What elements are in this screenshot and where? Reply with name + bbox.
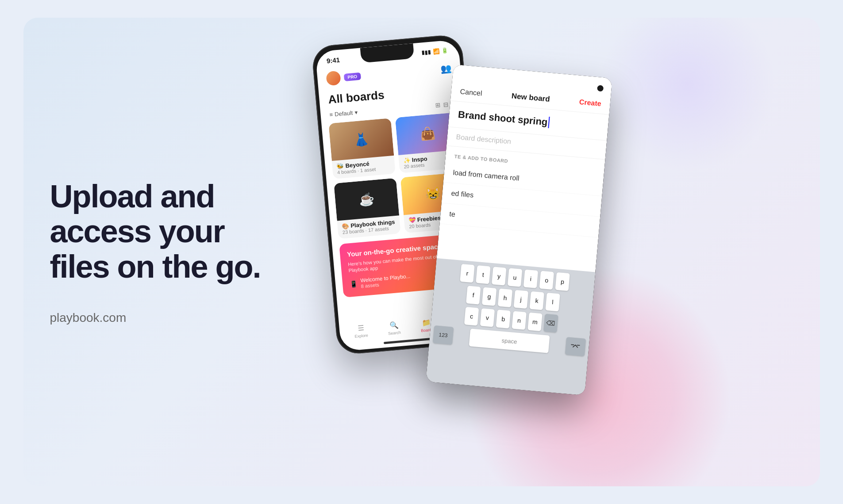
grid-small-icon[interactable]: ⊟ <box>443 101 448 108</box>
key-e[interactable]: y <box>492 267 506 285</box>
board-thumb-beyonce: 👗 <box>328 118 394 161</box>
create-button[interactable]: Create <box>579 98 601 108</box>
key-a[interactable]: f <box>466 286 481 304</box>
board-card-playbook[interactable]: ☕ 🎨 Playbook things 23 boards · 17 asset… <box>334 178 400 239</box>
key-q[interactable]: r <box>460 264 474 283</box>
pro-tag: PRO <box>343 72 361 81</box>
battery-icon: 🔋 <box>441 47 448 54</box>
phones-section: 9:41 ▮▮▮ 📶 🔋 PRO 👥 All boar <box>298 18 820 486</box>
new-board-title: New board <box>511 92 550 103</box>
people-icon[interactable]: 👥 <box>440 63 452 74</box>
main-container: Upload and access your files on the go. … <box>23 18 820 486</box>
hero-text: Upload and access your files on the go. <box>50 179 271 284</box>
key-123[interactable]: 123 <box>432 325 453 345</box>
signal-icon: ▮▮▮ <box>421 49 431 56</box>
cancel-button[interactable]: Cancel <box>459 88 482 97</box>
key-z[interactable]: c <box>464 307 478 325</box>
board-card-beyonce[interactable]: 👗 🐝 Beyoncé 4 boards · 1 asset <box>328 118 395 179</box>
wifi-icon: 📶 <box>432 48 439 54</box>
pro-badge: PRO <box>326 69 361 86</box>
key-x[interactable]: v <box>480 308 494 327</box>
website-link: playbook.com <box>50 311 271 325</box>
boards-icon: 📁 <box>422 318 431 327</box>
key-f[interactable]: j <box>513 290 528 309</box>
android-screen: Cancel New board Create Brand shoot spri… <box>426 65 612 396</box>
key-return[interactable]: ⌤ <box>565 337 585 356</box>
key-y[interactable]: o <box>539 271 554 290</box>
chevron-down-icon: ▾ <box>354 109 358 116</box>
key-g[interactable]: k <box>529 291 544 310</box>
status-icons: ▮▮▮ 📶 🔋 <box>421 47 448 56</box>
grid-large-icon[interactable]: ⊞ <box>435 101 440 109</box>
key-v[interactable]: n <box>512 311 526 330</box>
board-thumb-playbook: ☕ <box>334 178 399 221</box>
key-w[interactable]: t <box>476 265 490 284</box>
welcome-board-icon: 📱 <box>349 280 357 287</box>
avatar <box>326 71 341 86</box>
default-filter[interactable]: ≡ Default ▾ <box>329 109 358 118</box>
text-cursor <box>548 117 550 128</box>
key-backspace[interactable]: ⌫ <box>543 314 558 332</box>
key-space[interactable]: space <box>469 328 550 353</box>
search-icon: 🔍 <box>389 321 399 330</box>
key-r[interactable]: u <box>507 268 522 286</box>
key-d[interactable]: h <box>497 289 512 307</box>
key-b[interactable]: m <box>527 313 542 331</box>
filter-icon: ≡ <box>329 111 333 118</box>
left-section: Upload and access your files on the go. … <box>23 144 298 360</box>
keyboard: r t y u i o p f g h j k l <box>426 258 595 395</box>
key-s[interactable]: g <box>481 287 496 305</box>
nav-explore[interactable]: ☰ Explore <box>354 324 368 339</box>
explore-icon: ☰ <box>357 324 364 332</box>
key-u[interactable]: p <box>555 272 570 291</box>
status-time: 9:41 <box>326 56 340 65</box>
key-t[interactable]: i <box>523 269 538 288</box>
nav-search[interactable]: 🔍 Search <box>387 321 400 336</box>
key-h[interactable]: l <box>545 293 560 311</box>
key-c[interactable]: b <box>496 309 510 328</box>
android-mockup: Cancel New board Create Brand shoot spri… <box>426 65 612 396</box>
